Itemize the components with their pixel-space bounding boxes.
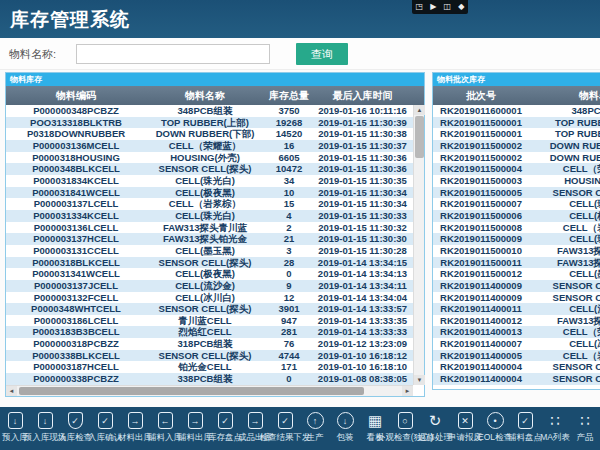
table-row[interactable]: P000031841WCELLCELL(极夜黑)102019-01-15 11:… <box>6 187 413 199</box>
table-row[interactable]: P0000348BLKCELLSENSOR CELL(探头)104722019-… <box>6 163 413 175</box>
play-icon[interactable]: ▶ <box>430 3 436 11</box>
col-batch-no[interactable]: 批次号 <box>433 86 529 105</box>
query-button[interactable]: 查询 <box>296 43 348 65</box>
table-row[interactable]: P000003137LCELLCELL（岩浆棕）152019-01-15 11:… <box>6 198 413 210</box>
toolbar-item-ma-list[interactable]: ∷MA列表 <box>540 407 570 450</box>
table-row[interactable]: P0003183B3BCELL烈焰红CELL2812019-01-14 13:3… <box>6 326 413 338</box>
scroll-right-icon[interactable]: ► <box>402 386 413 396</box>
table-row[interactable]: RK2019011500012CELL(墨玉黑) <box>433 268 600 280</box>
horizontal-scroll-thumb[interactable] <box>19 387 364 395</box>
table-row[interactable]: P000003187HCELL铂光金CELL1712019-01-10 16:1… <box>6 361 413 373</box>
table-cell: HOUSING(外壳) <box>529 175 600 187</box>
table-row[interactable]: P000031334KCELLCELL(珠光白)42019-01-15 11:3… <box>6 210 413 222</box>
screen-tool-overlay[interactable]: ◳▶◫◆ <box>412 0 468 14</box>
toolbar-item-arrow-down-circle[interactable]: ↓包装 <box>330 407 360 450</box>
toolbar-item-aux-stocktake[interactable]: ✓辅料盘点 <box>510 407 540 450</box>
vertical-scrollbar[interactable]: ▲ ▼ <box>413 105 424 385</box>
table-row[interactable]: RK2019011500002DOWN RUBBER(下部) <box>433 152 600 164</box>
table-row[interactable]: P000003137JCELLCELL(流沙金)92019-01-14 13:3… <box>6 280 413 292</box>
table-row[interactable]: RK2019011500001TOP RUBBER(上部) <box>433 117 600 129</box>
col-last-inbound-time[interactable]: 最后入库时间 <box>314 86 411 105</box>
table-row[interactable]: P000003136LCELLFAW313探头青川蓝22019-01-15 11… <box>6 222 413 234</box>
toolbar-item-result-clipboard[interactable]: ✓检查结果下发 <box>270 407 300 450</box>
table-row[interactable]: RK2019011500007CELL(珠光白) <box>433 198 600 210</box>
horizontal-scrollbar[interactable]: ◄ ► <box>6 385 413 396</box>
table-cell: CELL(流沙金) <box>146 280 264 292</box>
aux-stocktake-icon: ✓ <box>518 411 533 430</box>
toolbar-item-truck-out[interactable]: →辅料出库 <box>180 407 210 450</box>
table-row[interactable]: P0318DOWNRUBBERDOWN RUBBER(下部)145202019-… <box>6 128 413 140</box>
toolbar-item-product[interactable]: ∷产品 <box>570 407 600 450</box>
table-row[interactable]: RK2019011600001348PCB组装 <box>433 105 600 117</box>
table-row[interactable]: RK2019011500006CELL(极夜黑) <box>433 210 600 222</box>
table-row[interactable]: P000003132FCELLCELL(冰川白)122019-01-14 13:… <box>6 292 413 304</box>
table-row[interactable]: RK2019011400013CELL（荣耀蓝） <box>433 326 600 338</box>
table-row[interactable]: P000000338PCBZZ338PCB组装02019-01-08 08:38… <box>6 373 413 385</box>
table-row[interactable]: RK2019011500001TOP RUBBER(上部) <box>433 128 600 140</box>
table-row[interactable]: RK2019011500002DOWN RUBBER(下部) <box>433 140 600 152</box>
table-row[interactable]: P000003137HCELLFAW313探头铂光金212019-01-15 1… <box>6 233 413 245</box>
table-row[interactable]: P000003131CCELLCELL(墨玉黑)32019-01-15 11:3… <box>6 245 413 257</box>
table-row[interactable]: RK2019011400012FAW313探头铂光金 <box>433 315 600 327</box>
export-icon[interactable]: ◳ <box>416 3 424 11</box>
col-batch-material-name[interactable]: 物料名称 <box>529 86 600 105</box>
screenshot-icon[interactable]: ◫ <box>444 3 452 11</box>
table-row[interactable]: P000003186LCELL青川蓝CELL9472019-01-14 13:3… <box>6 315 413 327</box>
table-row[interactable]: RK2019011500009CELL(珠光白) <box>433 233 600 245</box>
table-cell: CELL(冰川白) <box>146 292 264 304</box>
table-row[interactable]: RK2019011400007CELL(冰川白) <box>433 338 600 350</box>
scroll-left-icon[interactable]: ◄ <box>6 386 17 396</box>
toolbar-item-clipboard-check[interactable]: ✓入库确认 <box>90 407 120 450</box>
table-cell: 青川蓝CELL <box>146 315 264 327</box>
table-row[interactable]: P000031341WCELLCELL(极夜黑)02019-01-14 13:3… <box>6 268 413 280</box>
toolbar-item-arrow-up-circle[interactable]: ↑生产 <box>300 407 330 450</box>
table-row[interactable]: P0000338BLKCELLSENSOR CELL(探头)47442019-0… <box>6 350 413 362</box>
vertical-scroll-thumb[interactable] <box>415 116 424 158</box>
table-row[interactable]: RK2019011400004SENSOR CELL(探头) <box>433 373 600 385</box>
table-row[interactable]: RK2019011500011FAW313探头铂光金 <box>433 257 600 269</box>
table-cell: CELL（岩浆棕） <box>529 222 600 234</box>
col-stock-total[interactable]: 库存总量 <box>264 86 314 105</box>
toolbar-item-label: MA列表 <box>540 432 570 444</box>
table-row[interactable]: P000003136MCELLCELL（荣耀蓝）162019-01-15 11:… <box>6 140 413 152</box>
table-cell: FAW313探头铂光金 <box>146 233 264 245</box>
toolbar-item-rework-refresh[interactable]: ↻返修处理 <box>420 407 450 450</box>
table-row[interactable]: RK2019011400009SENSOR CELL(探头) <box>433 292 600 304</box>
table-row[interactable]: P0000348WHTCELLSENSOR CELL(探头)39012019-0… <box>6 303 413 315</box>
toolbar-item-visual-check[interactable]: ○外观检查(独立) <box>390 407 420 450</box>
toolbar-item-shield-check[interactable]: ✓入库检查 <box>60 407 90 450</box>
table-cell: 2019-01-15 11:30:32 <box>314 222 411 234</box>
toolbar-item-eol-inspect[interactable]: •EOL检查 <box>480 407 510 450</box>
table-row[interactable]: RK2019011400009SENSOR CELL(探头) <box>433 280 600 292</box>
toolbar-item-clipboard-in-site[interactable]: ↓预入库现场 <box>30 407 60 450</box>
toolbar-item-material-out[interactable]: →材料出库 <box>120 407 150 450</box>
scroll-up-icon[interactable]: ▲ <box>414 105 425 115</box>
toolbar-item-scrap-box[interactable]: ✕申请报废 <box>450 407 480 450</box>
table-row[interactable]: P000000318PCBZZ318PCB组装762019-01-12 13:2… <box>6 338 413 350</box>
clipboard-in-icon: ↓ <box>8 412 23 429</box>
scroll-down-icon[interactable]: ▼ <box>414 375 425 385</box>
table-row[interactable]: RK2019011500004CELL（荣耀蓝） <box>433 163 600 175</box>
truck-out-icon: → <box>188 411 203 430</box>
table-row[interactable]: RK2019011400011CELL(流沙金) <box>433 303 600 315</box>
table-cell: DOWN RUBBER(下部) <box>529 140 600 152</box>
table-row[interactable]: P000031834KCELLCELL(珠光白)342019-01-15 11:… <box>6 175 413 187</box>
table-row[interactable]: RK2019011500003HOUSING(外壳) <box>433 175 600 187</box>
table-row[interactable]: P0000318HOUSINGHOUSING(外壳)66052019-01-15… <box>6 152 413 164</box>
broadcast-icon[interactable]: ◆ <box>458 3 464 11</box>
table-row[interactable]: P0000318BLKCELLSENSOR CELL(探头)282019-01-… <box>6 257 413 269</box>
clipboard-in-icon: ↓ <box>8 411 23 430</box>
col-material-name[interactable]: 物料名称 <box>146 86 264 105</box>
col-material-code[interactable]: 物料编码 <box>6 86 146 105</box>
table-row[interactable]: RK2019011500008CELL（岩浆棕） <box>433 222 600 234</box>
table-row[interactable]: P000000348PCBZZ348PCB组装37502019-01-16 10… <box>6 105 413 117</box>
table-row[interactable]: RK2019011500010FAW313探头青川蓝 <box>433 245 600 257</box>
toolbar-item-truck-in[interactable]: ←辅料入库 <box>150 407 180 450</box>
table-row[interactable]: RK2019011500005SENSOR CELL(探头) <box>433 187 600 199</box>
table-row[interactable]: RK2019011400005CELL（岩浆棕） <box>433 350 600 362</box>
toolbar-item-stocktake[interactable]: ✓库存盘点 <box>210 407 240 450</box>
table-cell: 2019-01-16 10:11:16 <box>314 105 411 117</box>
material-name-input[interactable] <box>76 44 270 64</box>
table-row[interactable]: POO313318BLKTRBTOP RUBBER(上部)192682019-0… <box>6 117 413 129</box>
table-row[interactable]: RK2019011400004SENSOR CELL(探头) <box>433 361 600 373</box>
